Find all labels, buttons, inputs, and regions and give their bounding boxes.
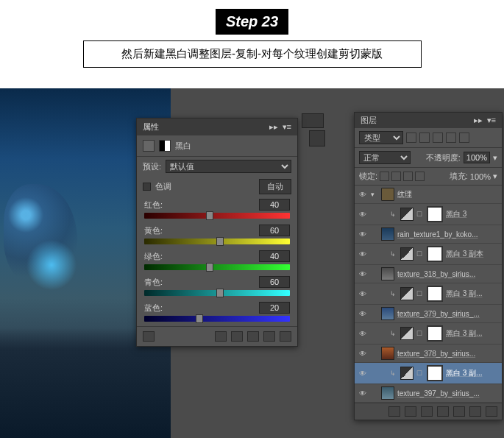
red-slider[interactable] (144, 213, 290, 219)
yellow-slider[interactable] (144, 239, 290, 244)
panel-collapse-icon[interactable]: ▸▸ (474, 116, 483, 125)
collapsed-panel-handle[interactable] (302, 113, 324, 128)
new-layer-icon[interactable] (469, 406, 481, 417)
collapsed-panel-icon[interactable] (309, 130, 325, 146)
layer-row[interactable]: ↳ ☐ 黑白 3 副... (355, 323, 502, 345)
properties-panel-tab[interactable]: 属性 ▸▸ ▾≡ (137, 119, 297, 135)
fill-dropdown-icon[interactable]: ▾ (493, 172, 497, 181)
layer-thumb[interactable] (381, 386, 394, 400)
adjustment-thumb[interactable] (400, 327, 414, 340)
green-slider[interactable] (144, 264, 290, 270)
mask-thumb[interactable] (427, 325, 443, 342)
visibility-toggle-icon[interactable] (358, 269, 368, 279)
mask-thumb[interactable] (427, 286, 443, 302)
toggle-visibility-icon[interactable] (263, 331, 275, 342)
delete-layer-icon[interactable] (486, 406, 497, 417)
layer-thumb[interactable] (381, 227, 394, 241)
blue-slider-thumb[interactable] (196, 314, 203, 323)
blend-mode-select[interactable]: 正常 (359, 151, 411, 164)
panel-menu-icon[interactable]: ▾≡ (283, 122, 291, 132)
layer-group-row[interactable]: ▾ 纹理 (355, 186, 502, 204)
layer-thumb[interactable] (381, 307, 394, 320)
adjustment-thumb[interactable] (400, 247, 414, 261)
blue-value[interactable]: 20 (259, 302, 290, 314)
adjustment-thumb[interactable] (400, 208, 414, 221)
mask-thumb[interactable] (427, 246, 443, 262)
green-slider-thumb[interactable] (206, 263, 213, 272)
layer-row[interactable]: rain_texture1_by_koko... (355, 225, 502, 244)
opacity-dropdown-icon[interactable]: ▾ (493, 153, 497, 163)
layer-row[interactable]: ↳ ☐ 黑白 3 副... (355, 283, 502, 305)
link-layers-icon[interactable] (388, 406, 400, 417)
group-expand-icon[interactable]: ▾ (371, 191, 378, 198)
layer-name[interactable]: texture_318_by_sirius... (397, 270, 499, 278)
layer-thumb[interactable] (381, 347, 394, 360)
visibility-toggle-icon[interactable] (358, 289, 368, 299)
filter-type-icon[interactable] (433, 133, 443, 143)
layer-name[interactable]: 黑白 3 (446, 209, 499, 219)
visibility-toggle-icon[interactable] (358, 388, 368, 398)
green-value[interactable]: 40 (259, 250, 290, 262)
layer-name[interactable]: texture_379_by_sirius_... (397, 310, 499, 318)
view-previous-icon[interactable] (231, 331, 243, 342)
lock-position-icon[interactable] (403, 172, 413, 181)
new-adjustment-icon[interactable] (437, 406, 449, 417)
cyan-value[interactable]: 60 (259, 276, 290, 288)
yellow-value[interactable]: 60 (259, 225, 290, 236)
yellow-slider-thumb[interactable] (216, 237, 224, 246)
mask-thumb[interactable] (427, 365, 443, 381)
adjustment-thumb[interactable] (400, 367, 414, 380)
lock-image-icon[interactable] (391, 172, 401, 181)
visibility-toggle-icon[interactable] (358, 209, 368, 219)
red-value[interactable]: 40 (259, 199, 290, 211)
new-group-icon[interactable] (453, 406, 465, 417)
layer-name[interactable]: 黑白 3 副... (446, 328, 499, 339)
layer-row[interactable]: texture_318_by_sirius... (355, 265, 502, 283)
layer-name[interactable]: 黑白 3 副... (446, 289, 499, 299)
visibility-toggle-icon[interactable] (358, 368, 368, 378)
filter-kind-select[interactable]: 类型 (359, 131, 403, 144)
visibility-toggle-icon[interactable] (358, 249, 368, 259)
red-slider-thumb[interactable] (206, 211, 213, 220)
visibility-toggle-icon[interactable] (358, 189, 368, 199)
layer-row[interactable]: texture_378_by_sirius... (355, 345, 502, 363)
layer-row[interactable]: texture_397_by_sirius_... (355, 384, 502, 403)
layer-name[interactable]: 纹理 (397, 189, 499, 199)
panel-menu-icon[interactable]: ▾≡ (487, 116, 496, 125)
layer-row[interactable]: ↳ ☐ 黑白 3 副本 (355, 244, 502, 265)
lock-all-icon[interactable] (415, 172, 425, 181)
layer-name[interactable]: texture_397_by_sirius_... (397, 389, 499, 398)
add-mask-icon[interactable] (421, 406, 433, 417)
lock-transparent-icon[interactable] (380, 172, 389, 181)
visibility-toggle-icon[interactable] (358, 328, 368, 339)
filter-adjust-icon[interactable] (419, 133, 430, 143)
fill-value[interactable]: 100% (470, 172, 491, 181)
layer-row[interactable]: ↳ ☐ 黑白 3 (355, 204, 502, 225)
target-adjust-icon[interactable] (143, 331, 155, 342)
reset-icon[interactable] (247, 331, 259, 342)
layer-row[interactable]: texture_379_by_sirius_... (355, 305, 502, 323)
preset-select[interactable]: 默认值 (166, 160, 291, 173)
visibility-toggle-icon[interactable] (358, 308, 368, 319)
visibility-toggle-icon[interactable] (358, 229, 368, 239)
layers-panel-tab[interactable]: 图层 ▸▸ ▾≡ (355, 113, 502, 128)
panel-collapse-icon[interactable]: ▸▸ (269, 122, 278, 132)
filter-smart-icon[interactable] (459, 133, 469, 143)
adjustment-icon[interactable] (143, 140, 155, 152)
fx-icon[interactable] (405, 406, 416, 417)
filter-shape-icon[interactable] (446, 133, 456, 143)
blue-slider[interactable] (144, 316, 290, 322)
opacity-value[interactable]: 100% (464, 152, 490, 163)
layer-name[interactable]: texture_378_by_sirius... (397, 350, 499, 358)
delete-adjustment-icon[interactable] (280, 331, 291, 342)
layer-name[interactable]: rain_texture1_by_koko... (397, 230, 499, 239)
layer-name[interactable]: 黑白 3 副本 (446, 249, 499, 259)
cyan-slider-thumb[interactable] (216, 289, 224, 297)
mask-thumb[interactable] (427, 206, 443, 222)
layer-name[interactable]: 黑白 3 副... (446, 368, 499, 378)
adjustment-thumb[interactable] (400, 287, 414, 300)
tint-checkbox[interactable] (143, 183, 151, 191)
visibility-toggle-icon[interactable] (358, 348, 368, 358)
layer-thumb[interactable] (381, 267, 394, 280)
auto-button[interactable]: 自动 (259, 179, 291, 194)
